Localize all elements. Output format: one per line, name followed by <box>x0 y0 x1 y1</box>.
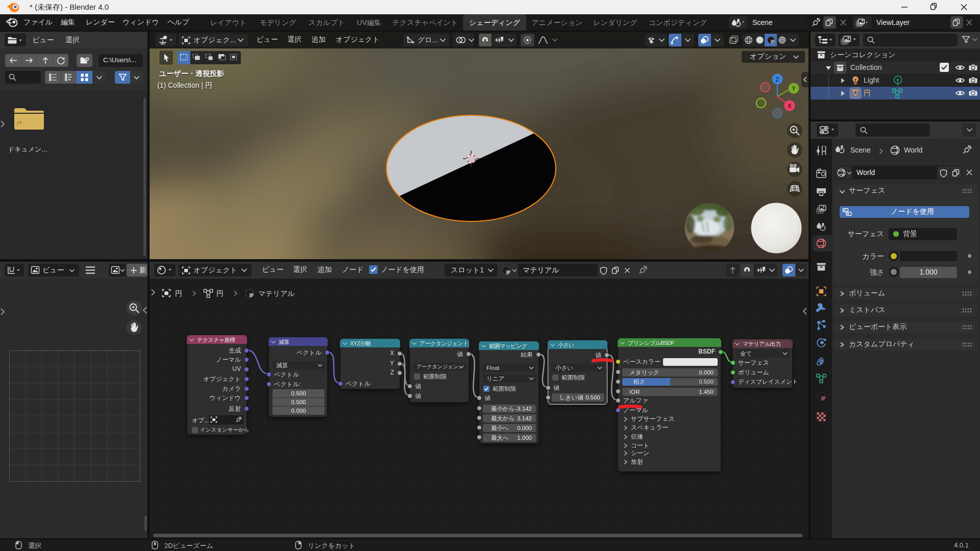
svg-text:X: X <box>788 103 792 110</box>
svg-text:Y: Y <box>792 85 796 92</box>
svg-text:Z: Z <box>775 76 779 83</box>
